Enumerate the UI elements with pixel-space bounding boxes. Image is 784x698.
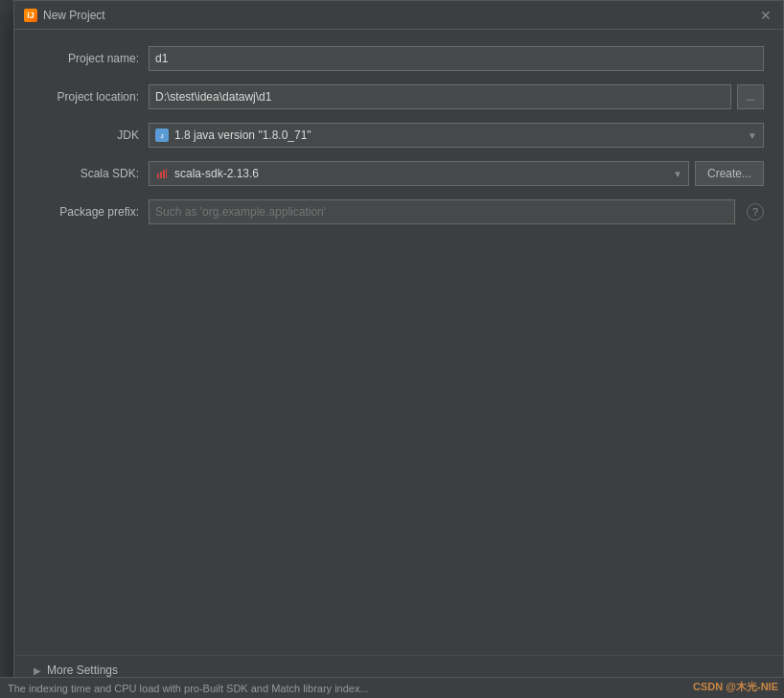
svg-rect-5: [166, 169, 167, 178]
intellij-icon: IJ: [24, 9, 37, 22]
scala-sdk-value-text: scala-sdk-2.13.6: [174, 167, 259, 180]
new-project-dialog: IJ New Project ✕ Project name: Project l…: [13, 0, 784, 698]
jdk-row: JDK J 1.8 java version "1.8.0_71" ▼: [34, 122, 764, 149]
help-icon[interactable]: ?: [747, 203, 764, 221]
jdk-select-content: J 1.8 java version "1.8.0_71": [155, 128, 311, 142]
svg-text:J: J: [160, 133, 163, 139]
svg-rect-4: [163, 170, 165, 178]
jdk-icon: J: [155, 128, 169, 142]
more-settings-label: More Settings: [47, 663, 118, 677]
dialog-title-text: New Project: [43, 9, 105, 22]
project-location-row: Project location: ...: [34, 83, 764, 110]
status-bar-text: The indexing time and CPU load with pro-…: [8, 683, 369, 694]
scala-icon: [155, 167, 169, 180]
project-location-field-group: ...: [149, 84, 764, 109]
jdk-dropdown[interactable]: J 1.8 java version "1.8.0_71" ▼: [149, 123, 764, 148]
dialog-spacer: [14, 252, 783, 655]
package-prefix-row: Package prefix: ?: [34, 198, 764, 225]
left-sidebar: [0, 0, 13, 698]
project-name-row: Project name:: [34, 45, 764, 72]
jdk-dropdown-arrow: ▼: [748, 130, 757, 141]
package-prefix-input[interactable]: [149, 199, 735, 224]
project-name-label: Project name:: [34, 52, 149, 65]
package-prefix-field-group: ?: [149, 199, 764, 224]
more-settings-triangle: ▶: [34, 665, 41, 676]
create-sdk-button[interactable]: Create...: [695, 161, 764, 186]
scala-sdk-field-group: scala-sdk-2.13.6 ▼ Create...: [149, 161, 764, 186]
jdk-label: JDK: [34, 128, 149, 142]
close-button[interactable]: ✕: [758, 8, 773, 23]
scala-dropdown-arrow: ▼: [673, 169, 682, 179]
status-bar: The indexing time and CPU load with pro-…: [0, 677, 784, 698]
package-prefix-label: Package prefix:: [34, 205, 149, 219]
project-location-label: Project location:: [34, 90, 149, 104]
svg-rect-2: [157, 174, 159, 178]
svg-rect-3: [160, 172, 162, 178]
dialog-title: IJ New Project: [24, 9, 105, 22]
dialog-content: Project name: Project location: ... JDK …: [14, 30, 783, 252]
scala-sdk-label: Scala SDK:: [34, 167, 149, 180]
scala-sdk-row: Scala SDK: scala-sdk-2: [34, 160, 764, 187]
dialog-titlebar: IJ New Project ✕: [14, 1, 783, 30]
jdk-value-text: 1.8 java version "1.8.0_71": [174, 128, 311, 142]
scala-sdk-dropdown[interactable]: scala-sdk-2.13.6 ▼: [149, 161, 689, 186]
project-location-input[interactable]: [149, 84, 731, 109]
scala-select-content: scala-sdk-2.13.6: [155, 167, 259, 180]
project-name-input[interactable]: [149, 46, 764, 71]
watermark: CSDN @木光-NIE: [693, 680, 778, 694]
browse-button[interactable]: ...: [737, 84, 764, 109]
